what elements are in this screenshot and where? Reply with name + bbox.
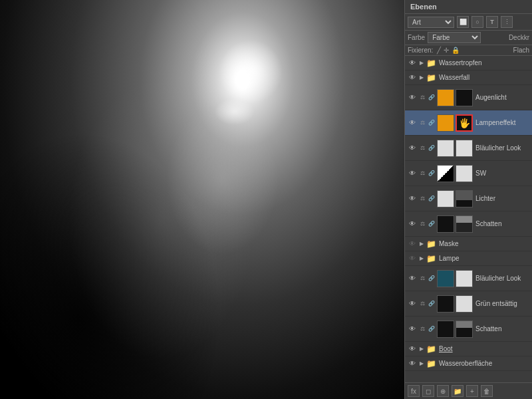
panel-footer: fx ◻ ⊕ 📁 + 🗑 [405, 382, 532, 399]
group-button[interactable]: 📁 [452, 385, 464, 397]
layer-thumbnail [437, 140, 454, 157]
layer-item[interactable]: 👁 ▶ 📁 Maske [405, 237, 532, 251]
visibility-icon[interactable]: 👁 [408, 93, 417, 102]
layer-item[interactable]: 👁 ⚖ 🔗 Schatten [405, 211, 532, 237]
layer-name: Schatten [475, 220, 529, 227]
link-icon: ⚖ [418, 275, 426, 283]
collapse-triangle[interactable]: ▶ [418, 255, 425, 262]
chain-icon: 🔗 [428, 301, 436, 307]
layer-thumbnail [437, 89, 454, 106]
visibility-icon[interactable]: 👁 [408, 73, 417, 82]
image-icon[interactable]: ⬜ [457, 16, 469, 28]
layer-item[interactable]: 👁 ▶ 📁 Wasseroberfläche [405, 356, 532, 371]
visibility-icon[interactable]: 👁 [408, 59, 417, 68]
collapse-triangle[interactable]: ▶ [418, 60, 425, 66]
layer-name: Wassertropfen [439, 59, 529, 66]
lock-all-icon[interactable]: 🔒 [452, 47, 460, 54]
layers-list: 👁 ▶ 📁 Wassertropfen 👁 ▶ 📁 Wasserfall 👁 ⚖… [405, 56, 532, 382]
link-icon: ⚖ [418, 220, 426, 228]
folder-icon: 📁 [426, 344, 436, 354]
layer-item[interactable]: 👁 ▶ 📁 Lampe [405, 251, 532, 266]
link-icon: ⚖ [418, 195, 426, 203]
layer-thumbnail [437, 165, 454, 182]
fx-button[interactable]: fx [408, 385, 420, 397]
layer-thumbnail [437, 114, 454, 132]
layer-mask-thumbnail [456, 270, 473, 287]
color-label: Farbe [408, 34, 425, 41]
toolbar-row1: Art Normal ⬜ ○ T ⋮ [405, 14, 532, 31]
visibility-icon[interactable]: 👁 [408, 239, 417, 249]
toolbar-row3: Fixieren: ╱ ✛ 🔒 Flach [405, 45, 532, 56]
layer-thumbnail [437, 215, 454, 233]
layer-item[interactable]: 👁 ⚖ 🔗 Schatten [405, 317, 532, 342]
layer-name: Boot [439, 345, 529, 352]
chain-icon: 🔗 [428, 196, 436, 201]
link-icon: ⚖ [418, 170, 426, 178]
text-icon[interactable]: T [486, 16, 498, 28]
layer-mask-thumbnail [456, 295, 473, 313]
layer-name: Lampeneffekt [475, 119, 529, 126]
chain-icon: 🔗 [428, 94, 436, 100]
mask-button[interactable]: ◻ [422, 385, 434, 397]
visibility-icon[interactable]: 👁 [408, 194, 417, 203]
visibility-icon[interactable]: 👁 [408, 118, 417, 128]
visibility-icon[interactable]: 👁 [408, 144, 417, 153]
layer-name: SW [475, 170, 529, 177]
layer-item[interactable]: 👁 ⚖ 🔗 SW [405, 161, 532, 186]
visibility-icon[interactable]: 👁 [408, 169, 417, 178]
layer-name: Augenlicht [475, 94, 529, 101]
chain-icon: 🔗 [428, 326, 436, 332]
link-icon: ⚖ [418, 94, 426, 102]
fixieren-label: Fixieren: [408, 47, 433, 54]
lock-move-icon[interactable]: ✛ [444, 47, 449, 54]
layer-name: Bläulicher Look [475, 144, 529, 152]
delete-layer-button[interactable]: 🗑 [481, 385, 493, 397]
layer-item[interactable]: 👁 ⚖ 🔗 Lichter [405, 186, 532, 211]
layer-thumbnail [437, 321, 454, 338]
collapse-triangle[interactable]: ▶ [418, 241, 425, 247]
collapse-triangle[interactable]: ▶ [418, 346, 425, 352]
new-layer-button[interactable]: + [466, 385, 478, 397]
chain-icon: 🔗 [428, 221, 436, 227]
layer-item[interactable]: 👁 ▶ 📁 Boot [405, 342, 532, 356]
layer-item[interactable]: 👁 ⚖ 🔗 🖐 Lampeneffekt [405, 110, 532, 136]
more-icon[interactable]: ⋮ [501, 16, 513, 28]
layer-item[interactable]: 👁 ▶ 📁 Wassertropfen [405, 56, 532, 70]
blend-mode-select[interactable]: Art Normal [408, 17, 454, 28]
collapse-triangle[interactable]: ▶ [418, 74, 425, 81]
circle-icon[interactable]: ○ [471, 16, 483, 28]
layer-item[interactable]: 👁 ⚖ 🔗 Grün entsättig [405, 291, 532, 317]
folder-icon: 📁 [426, 239, 436, 249]
layer-mask-thumbnail [456, 89, 473, 106]
layers-panel: Ebenen Art Normal ⬜ ○ T ⋮ Farbe Farbe De… [404, 0, 532, 399]
toolbar-row2: Farbe Farbe Deckkr [405, 31, 532, 45]
visibility-icon[interactable]: 👁 [408, 219, 417, 229]
visibility-icon[interactable]: 👁 [408, 344, 417, 354]
visibility-icon[interactable]: 👁 [408, 254, 417, 263]
link-icon: ⚖ [418, 325, 426, 333]
visibility-icon[interactable]: 👁 [408, 325, 417, 334]
flach-label: Flach [513, 47, 529, 54]
layer-item[interactable]: 👁 ⚖ 🔗 Bläulicher Look [405, 136, 532, 161]
adjustment-button[interactable]: ⊕ [437, 385, 449, 397]
visibility-icon[interactable]: 👁 [408, 299, 417, 309]
layer-mask-thumbnail [456, 165, 473, 182]
layer-mask-thumbnail [456, 321, 473, 338]
layer-name: Maske [439, 240, 529, 247]
layer-item[interactable]: 👁 ⚖ 🔗 Bläulicher Look [405, 266, 532, 291]
color-select[interactable]: Farbe [428, 32, 481, 43]
lock-pixel-icon[interactable]: ╱ [437, 47, 441, 54]
visibility-icon[interactable]: 👁 [408, 359, 417, 368]
folder-icon: 📁 [426, 359, 436, 368]
layer-name: Lichter [475, 195, 529, 202]
layer-name: Wasserfall [439, 74, 529, 81]
collapse-triangle[interactable]: ▶ [418, 360, 425, 367]
panel-title: Ebenen [410, 3, 437, 11]
layer-item[interactable]: 👁 ▶ 📁 Wasserfall [405, 70, 532, 85]
link-icon: ⚖ [418, 119, 426, 127]
link-icon: ⚖ [418, 144, 426, 152]
layer-item[interactable]: 👁 ⚖ 🔗 Augenlicht [405, 85, 532, 110]
visibility-icon[interactable]: 👁 [408, 274, 417, 283]
layer-thumbnail [437, 190, 454, 207]
face-overlay [0, 0, 404, 399]
